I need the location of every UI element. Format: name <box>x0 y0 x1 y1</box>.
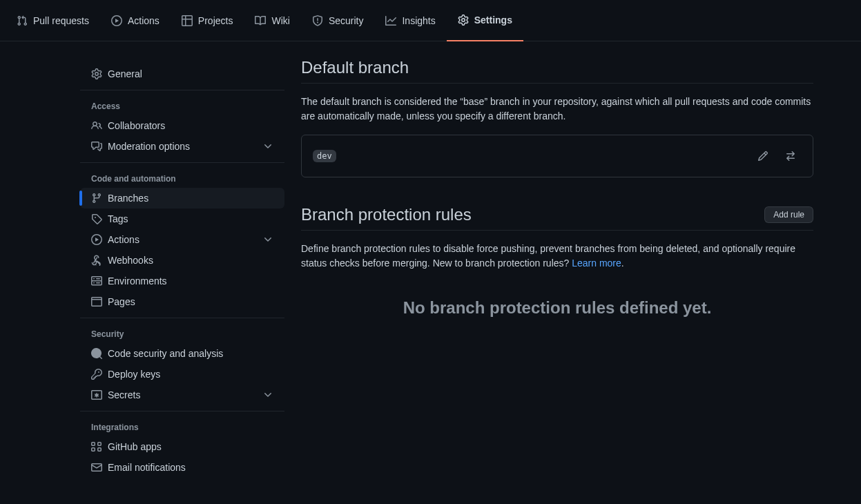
nav-wiki[interactable]: Wiki <box>244 0 300 41</box>
gear-icon <box>458 14 469 26</box>
graph-icon <box>385 15 396 26</box>
sidebar-item-label: Collaborators <box>108 120 165 131</box>
nav-wiki-label: Wiki <box>271 15 289 26</box>
default-branch-title: Default branch <box>301 58 409 77</box>
sidebar-item-label: Email notifications <box>108 462 186 473</box>
nav-settings[interactable]: Settings <box>447 0 523 41</box>
sidebar-item-label: Tags <box>108 213 128 224</box>
comment-discussion-icon <box>91 141 102 152</box>
sidebar-item-environments[interactable]: Environments <box>80 271 284 291</box>
learn-more-link[interactable]: Learn more <box>572 258 621 269</box>
sidebar-item-label: Secrets <box>108 389 140 400</box>
gear-icon <box>91 68 102 79</box>
default-branch-description: The default branch is considered the “ba… <box>301 95 813 124</box>
sidebar-item-label: General <box>108 68 142 79</box>
sidebar-item-label: Moderation options <box>108 141 190 152</box>
sidebar-group-integrations: Integrations <box>80 417 284 436</box>
nav-projects[interactable]: Projects <box>171 0 244 41</box>
sidebar-item-label: Actions <box>108 234 139 245</box>
browser-icon <box>91 296 102 307</box>
webhook-icon <box>91 255 102 266</box>
codescan-icon <box>91 348 102 359</box>
sidebar-item-branches[interactable]: Branches <box>80 188 284 209</box>
tag-icon <box>91 213 102 224</box>
sidebar-item-label: Branches <box>108 193 148 204</box>
sidebar-group-security: Security <box>80 324 284 343</box>
sidebar-item-email-notifications[interactable]: Email notifications <box>80 457 284 478</box>
main-content: Default branch The default branch is con… <box>284 58 830 483</box>
play-icon <box>111 15 122 26</box>
chevron-down-icon <box>262 141 273 152</box>
protection-desc-text: Define branch protection rules to disabl… <box>301 243 795 269</box>
sidebar-item-pages[interactable]: Pages <box>80 291 284 312</box>
sidebar-item-label: Pages <box>108 296 135 307</box>
sidebar-item-deploy-keys[interactable]: Deploy keys <box>80 364 284 385</box>
book-icon <box>255 15 266 26</box>
sidebar-item-code-security[interactable]: Code security and analysis <box>80 343 284 364</box>
sidebar-item-tags[interactable]: Tags <box>80 209 284 229</box>
sidebar-item-moderation[interactable]: Moderation options <box>80 136 284 157</box>
sidebar-item-webhooks[interactable]: Webhooks <box>80 250 284 271</box>
nav-pull-requests[interactable]: Pull requests <box>6 0 100 41</box>
sidebar-group-code: Code and automation <box>80 168 284 188</box>
sidebar-item-collaborators[interactable]: Collaborators <box>80 115 284 136</box>
chevron-down-icon <box>262 389 273 400</box>
sidebar-item-general[interactable]: General <box>80 64 284 84</box>
shield-icon <box>312 15 323 26</box>
repo-nav: Pull requests Actions Projects Wiki Secu… <box>0 0 861 41</box>
sidebar-item-label: GitHub apps <box>108 441 162 452</box>
mail-icon <box>91 462 102 473</box>
nav-insights[interactable]: Insights <box>374 0 446 41</box>
protection-desc-suffix: . <box>621 258 624 269</box>
branch-protection-heading: Branch protection rules Add rule <box>301 205 813 231</box>
switch-branch-button[interactable] <box>780 146 802 166</box>
rename-branch-button[interactable] <box>752 146 774 166</box>
default-branch-box: dev <box>301 135 813 177</box>
nav-projects-label: Projects <box>198 15 233 26</box>
nav-actions-label: Actions <box>128 15 159 26</box>
pencil-icon <box>757 151 768 162</box>
sidebar-item-label: Code security and analysis <box>108 348 223 359</box>
empty-state-heading: No branch protection rules defined yet. <box>301 298 813 318</box>
play-icon <box>91 234 102 245</box>
nav-insights-label: Insights <box>402 15 435 26</box>
nav-security[interactable]: Security <box>301 0 375 41</box>
apps-icon <box>91 441 102 452</box>
key-asterisk-icon <box>91 389 102 400</box>
sidebar-item-label: Webhooks <box>108 255 153 266</box>
sidebar-item-label: Deploy keys <box>108 369 160 380</box>
sidebar-item-github-apps[interactable]: GitHub apps <box>80 436 284 457</box>
people-icon <box>91 120 102 131</box>
nav-actions[interactable]: Actions <box>100 0 171 41</box>
branch-protection-title: Branch protection rules <box>301 205 472 224</box>
server-icon <box>91 275 102 287</box>
git-branch-icon <box>91 193 102 204</box>
default-branch-name: dev <box>313 150 336 162</box>
arrow-switch-icon <box>785 151 796 162</box>
default-branch-heading: Default branch <box>301 58 813 84</box>
nav-pull-requests-label: Pull requests <box>33 15 89 26</box>
sidebar-group-access: Access <box>80 96 284 115</box>
settings-sidebar: General Access Collaborators Moderation … <box>80 58 284 483</box>
add-rule-button[interactable]: Add rule <box>764 206 813 223</box>
table-icon <box>182 15 193 26</box>
sidebar-item-secrets[interactable]: Secrets <box>80 385 284 405</box>
nav-settings-label: Settings <box>474 14 512 26</box>
key-icon <box>91 369 102 380</box>
pull-request-icon <box>17 15 28 26</box>
sidebar-item-label: Environments <box>108 275 167 287</box>
nav-security-label: Security <box>329 15 364 26</box>
chevron-down-icon <box>262 234 273 245</box>
branch-protection-description: Define branch protection rules to disabl… <box>301 242 813 271</box>
sidebar-item-actions[interactable]: Actions <box>80 229 284 250</box>
